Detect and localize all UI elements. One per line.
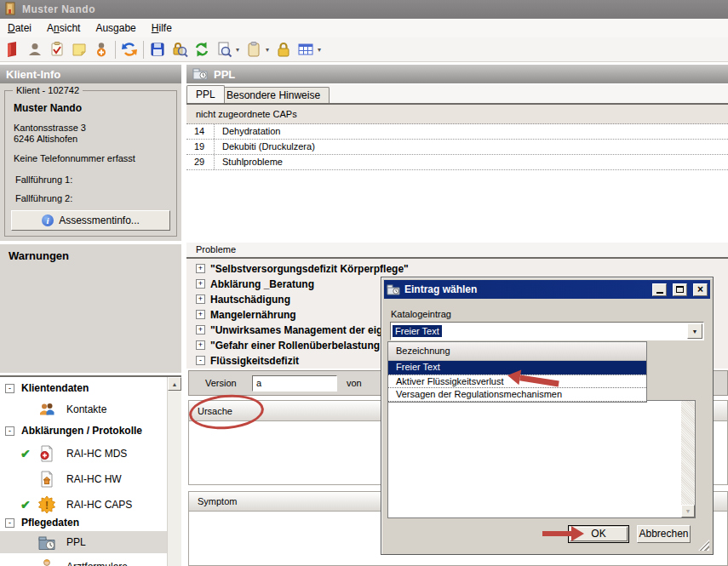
dialog-list-area[interactable]: ▼ — [387, 400, 696, 518]
problem-item[interactable]: + "Selbstversorgungsdefizit Körperpflege… — [186, 261, 409, 276]
menu-hilfe[interactable]: Hilfe — [144, 19, 180, 37]
arrow-head-icon — [571, 526, 584, 541]
assessmentinfo-button[interactable]: i Assessmentinfo... — [11, 210, 170, 231]
tree-section-klientendaten[interactable]: - Klientendaten — [0, 382, 89, 394]
main-title: PPL — [214, 68, 235, 81]
combobox-dropdown-button[interactable]: ▼ — [687, 323, 702, 339]
tree-section-abklaerungen[interactable]: - Abklärungen / Protokolle — [0, 425, 142, 437]
chevron-down-icon[interactable]: ▾ — [318, 46, 321, 54]
maximize-icon — [676, 286, 684, 293]
option-versagen-regulationsmechanismen[interactable]: Versagen der Regulationsmechanismen — [388, 388, 646, 402]
tab-besondere-hinweise[interactable]: Besondere Hinweise — [217, 87, 330, 103]
expand-box-icon[interactable]: + — [196, 294, 205, 304]
clipboard-check-icon[interactable] — [46, 39, 68, 60]
expand-box-icon[interactable]: + — [196, 264, 205, 273]
dialog-list-scrollbar[interactable] — [681, 401, 695, 517]
search-lock-icon[interactable] — [169, 39, 191, 60]
maximize-button[interactable] — [673, 283, 687, 296]
von-label: von — [347, 378, 362, 388]
chevron-down-icon[interactable]: ▾ — [266, 46, 269, 54]
client-phone-note: Keine Telefonnummer erfasst — [14, 153, 135, 163]
caps-row[interactable]: 14 Dehydratation — [186, 124, 728, 140]
collapse-box-icon[interactable]: - — [5, 384, 14, 393]
klient-groupbox: Klient - 102742 Muster Nando Kantonsstra… — [4, 90, 177, 237]
refresh-icon[interactable] — [191, 39, 213, 60]
panel-title: Klient-Info — [6, 68, 60, 81]
grid-icon[interactable] — [295, 39, 317, 60]
user-icon[interactable] — [24, 39, 46, 60]
window-titlebar: Muster Nando — [0, 0, 728, 19]
klient-group-title: Klient - 102742 — [13, 85, 83, 95]
dialog-body: Katalogeintrag Freier Text ▼ Bezeichnung… — [384, 299, 710, 552]
document-plus-icon — [37, 444, 58, 463]
expand-box-icon[interactable]: + — [196, 325, 205, 334]
scroll-down-icon[interactable]: ▼ — [681, 505, 695, 517]
menu-datei[interactable]: Datei — [0, 19, 39, 37]
collapse-box-icon[interactable]: - — [5, 518, 14, 528]
close-icon: × — [697, 285, 703, 294]
resize-grip[interactable] — [698, 540, 709, 551]
problem-item-fluessigkeitsdefizit[interactable]: - Flüssigkeitsdefizit — [186, 353, 299, 368]
fallfuehrung-1-label: Fallführung 1: — [15, 174, 72, 185]
tree-section-pflegedaten[interactable]: - Pflegedaten — [0, 517, 79, 529]
print-preview-icon[interactable] — [213, 39, 235, 60]
problem-item[interactable]: + Abklärung _Beratung — [186, 277, 314, 291]
annotation-arrow-ok — [542, 526, 584, 541]
toolbar-separator — [143, 41, 144, 59]
app-icon — [4, 2, 17, 17]
expand-box-icon[interactable]: + — [196, 310, 205, 319]
chevron-down-icon[interactable]: ▾ — [236, 46, 239, 54]
check-icon: ✔ — [20, 498, 37, 512]
check-icon: ✔ — [20, 447, 37, 460]
caps-row[interactable]: 19 Dekubiti (Druckulzera) — [186, 140, 728, 155]
problem-item[interactable]: + Mangelernährung — [186, 307, 296, 322]
client-name: Muster Nando — [14, 102, 82, 114]
note-icon[interactable] — [68, 39, 90, 60]
patient-icon[interactable] — [90, 39, 112, 60]
tree-item-rai-hc-mds[interactable]: ✔ RAI-HC MDS — [0, 442, 127, 466]
problem-item[interactable]: + "Unwirksames Management der eig — [186, 323, 382, 337]
tree-item-kontakte[interactable]: Kontakte — [0, 397, 106, 421]
lock-icon[interactable] — [272, 39, 295, 60]
svg-text:!: ! — [45, 500, 49, 512]
collapse-box-icon[interactable]: - — [5, 426, 14, 436]
minimize-button[interactable] — [652, 283, 667, 296]
expand-box-icon[interactable]: + — [196, 279, 205, 289]
dialog-title: Eintrag wählen — [404, 283, 646, 295]
client-address-street: Kantonsstrasse 3 — [14, 123, 86, 133]
exit-icon[interactable] — [2, 39, 24, 60]
problem-item[interactable]: + Hautschädigung — [186, 292, 290, 306]
tab-ppl[interactable]: PPL — [186, 85, 225, 103]
cancel-button[interactable]: Abbrechen — [637, 525, 691, 543]
caps-row[interactable]: 29 Stuhlprobleme — [186, 155, 728, 170]
collapse-box-icon[interactable]: - — [196, 356, 205, 365]
version-input[interactable]: a — [252, 375, 337, 392]
dialog-titlebar: Eintrag wählen × — [384, 280, 710, 299]
list-column-header[interactable]: Bezeichnung — [388, 342, 646, 361]
tree-scrollbar[interactable]: ▲ — [167, 377, 181, 566]
menu-ansicht[interactable]: Ansicht — [39, 19, 88, 37]
window-title: Muster Nando — [22, 3, 95, 15]
save-icon[interactable] — [146, 39, 169, 60]
scroll-up-icon[interactable]: ▲ — [168, 377, 181, 391]
problem-item[interactable]: + "Gefahr einer Rollenüberbelastung — [186, 338, 380, 352]
katalogeintrag-combobox[interactable]: Freier Text ▼ — [390, 322, 704, 340]
close-button[interactable]: × — [693, 283, 708, 296]
fallfuehrung-2-label: Fallführung 2: — [15, 193, 72, 203]
menu-ausgabe[interactable]: Ausgabe — [88, 19, 143, 37]
katalogeintrag-label: Katalogeintrag — [391, 309, 451, 319]
tree-item-arztformulare[interactable]: Arztformulare — [0, 555, 128, 566]
toolbar-separator — [115, 41, 116, 59]
tree-item-rai-hc-hw[interactable]: RAI-HC HW — [0, 467, 122, 491]
navigation-tree: - Klientendaten Kontakte - Abklärungen /… — [0, 375, 181, 566]
copy-clipboard-icon[interactable] — [243, 39, 265, 60]
folder-clock-icon — [387, 283, 400, 297]
caps-badge-icon: ! — [37, 495, 58, 514]
warnings-panel: Warnungen — [0, 244, 181, 373]
tree-item-rai-hc-caps[interactable]: ✔ ! RAI-HC CAPS — [0, 493, 132, 517]
expand-box-icon[interactable]: + — [196, 340, 205, 350]
folder-clock-icon — [37, 534, 58, 551]
document-home-icon — [37, 470, 58, 489]
tree-item-ppl[interactable]: PPL — [0, 531, 167, 553]
sync-icon[interactable] — [118, 39, 140, 60]
